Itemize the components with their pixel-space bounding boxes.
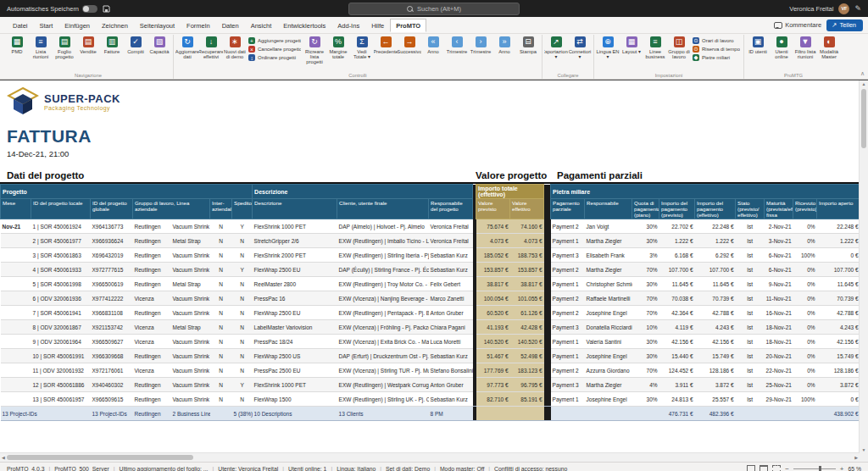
- scrollbar-thumb[interactable]: [861, 89, 866, 148]
- cell-business-line[interactable]: Metal Strap: [171, 277, 210, 291]
- cell-project-manager[interactable]: Anton Gruber: [429, 306, 473, 320]
- cell-value-planned[interactable]: 60.520 €: [476, 306, 510, 320]
- menu-tab[interactable]: Entwicklertools: [277, 19, 331, 32]
- cell-payment-planned[interactable]: 42.156 €: [659, 335, 695, 349]
- cell-value-actual[interactable]: 4.073 €: [510, 234, 544, 248]
- cell-global-id[interactable]: X972777615: [91, 263, 133, 277]
- ribbon-button[interactable]: ◫ Gruppo di lavoro: [667, 35, 691, 59]
- group-header-total-amount[interactable]: Importo totale (effettivo): [476, 185, 544, 199]
- cell-payment-planned[interactable]: 11.645 €: [659, 277, 695, 291]
- cell-payment-planned[interactable]: 6.168 €: [659, 248, 695, 263]
- ribbon-button[interactable]: ▦ Layout ▾: [620, 35, 643, 54]
- footer-business-lines[interactable]: 2 Business Lines: [171, 407, 210, 421]
- footer-descriptions[interactable]: 10 Descriptions: [253, 407, 337, 421]
- cell-global-id[interactable]: X940460302: [91, 378, 133, 392]
- normal-view-icon[interactable]: [747, 465, 755, 471]
- cell-open-amount[interactable]: 42.156 €: [817, 335, 860, 349]
- cell-received[interactable]: 0%: [793, 263, 817, 277]
- cell-global-id[interactable]: X966936624: [91, 234, 133, 248]
- ribbon-button[interactable]: ⊟ Stampa: [516, 35, 540, 54]
- footer-pm-count[interactable]: 8 PM: [429, 407, 473, 421]
- zoom-level[interactable]: 65 %: [849, 466, 862, 471]
- cell-intercompany[interactable]: N: [210, 378, 232, 392]
- cell-open-amount[interactable]: 22.248 €: [817, 219, 860, 234]
- cell-payment-responsible[interactable]: Valeria Santini: [585, 335, 632, 349]
- autosave-toggle[interactable]: [82, 5, 97, 13]
- cell-business-line[interactable]: Vacuum Shrink: [171, 349, 210, 363]
- cell-local-id[interactable]: 4 | SOR 450061933: [31, 263, 91, 277]
- cell-received[interactable]: 100%: [793, 248, 817, 263]
- cell-description[interactable]: FlexWrap 2500 EU: [253, 306, 337, 320]
- cell-received[interactable]: 0%: [793, 306, 817, 320]
- cell-project-manager[interactable]: Sebastian Kurz: [429, 349, 473, 363]
- cell-description[interactable]: PressPac 2500 EU: [253, 363, 337, 378]
- cell-workgroup[interactable]: Reutlingen: [133, 349, 171, 363]
- cell-local-id[interactable]: 1 | SOR 450061924: [31, 219, 91, 234]
- cell-value-actual[interactable]: 183.123 €: [510, 363, 544, 378]
- cell-partial-payment[interactable]: Payment 3: [551, 378, 585, 392]
- cell-description[interactable]: PressPac 18/24: [253, 335, 337, 349]
- cell-workgroup[interactable]: Reutlingen: [133, 306, 171, 320]
- cell-payment-quota[interactable]: 3%: [632, 248, 659, 263]
- cell-business-line[interactable]: Vacuum Shrink: [171, 378, 210, 392]
- cell-payment-actual[interactable]: 3.872 €: [695, 378, 736, 392]
- cell-month[interactable]: [1, 363, 31, 378]
- cell-open-amount[interactable]: 11.645 €: [817, 277, 860, 291]
- cell-client[interactable]: EXW (Reutlingen) | Stirling UK - Pj. Cov…: [337, 392, 429, 407]
- footer-project-count-global[interactable]: 13 Project-IDs: [91, 407, 133, 421]
- cell-month[interactable]: [1, 291, 31, 306]
- cell-payment-responsible[interactable]: Donatella Ricciardi: [585, 320, 632, 335]
- cell-local-id[interactable]: 5 | SOR 450061998: [31, 277, 91, 291]
- ribbon-button[interactable]: « Anno: [421, 35, 445, 54]
- column-header-intercompany[interactable]: Inter-aziendale: [210, 199, 232, 219]
- cell-value-actual[interactable]: 61.126 €: [510, 306, 544, 320]
- cell-month[interactable]: [1, 263, 31, 277]
- cell-client[interactable]: EXW (Vicenza) | Stirling TUR - Pj. Mundo…: [337, 363, 429, 378]
- cell-value-planned[interactable]: 97.773 €: [476, 378, 510, 392]
- cell-value-planned[interactable]: 185.052 €: [476, 248, 510, 263]
- column-header-status[interactable]: Stato (previsto/ effettivo): [736, 199, 765, 219]
- cell-month[interactable]: [1, 306, 31, 320]
- cell-partial-payment[interactable]: Payment 1: [551, 335, 585, 349]
- ribbon-button[interactable]: ← Precedente: [374, 35, 398, 54]
- cell-business-line[interactable]: Vacuum Shrink: [171, 335, 210, 349]
- cell-client[interactable]: EXW (Reutlingen) | Pentapack - Pj. Benga…: [337, 306, 429, 320]
- cell-business-line[interactable]: Vacuum Shrink: [171, 263, 210, 277]
- cell-global-id[interactable]: X972176061: [91, 363, 133, 378]
- cell-description[interactable]: FlexShrink 1000 PET: [253, 219, 337, 234]
- cell-maturity[interactable]: 9-Nov-21: [765, 277, 793, 291]
- cell-value-actual[interactable]: 101.055 €: [510, 291, 544, 306]
- autosave-control[interactable]: Automatisches Speichern: [7, 5, 97, 13]
- footer-total-payment-planned[interactable]: 476.731 €: [659, 407, 695, 421]
- cell-maturity[interactable]: 6-Nov-21: [765, 248, 793, 263]
- cell-maturity[interactable]: 11-Nov-21: [765, 291, 793, 306]
- cell-project-manager[interactable]: Sebastian Kurz: [429, 248, 473, 263]
- cell-value-planned[interactable]: 75.674 €: [476, 219, 510, 234]
- cell-local-id[interactable]: 10 | SOR 450061991: [31, 349, 91, 363]
- cell-received[interactable]: 0%: [793, 219, 817, 234]
- ribbon-button[interactable]: ▼ Filtro lista riunioni: [793, 35, 817, 59]
- cell-project-manager[interactable]: Sebastian Kurz: [429, 392, 473, 407]
- cell-client[interactable]: EXW (Reutlingen) | Stirling Iberia - Pj.…: [337, 248, 429, 263]
- cell-intercompany[interactable]: N: [210, 392, 232, 407]
- cell-client[interactable]: EXW (Reutlingen) | Imballo Ticino - Luga…: [337, 234, 429, 248]
- cell-month[interactable]: [1, 392, 31, 407]
- cell-payment-responsible[interactable]: Martha Ziegler: [585, 263, 632, 277]
- menu-tab[interactable]: Hilfe: [365, 19, 390, 32]
- cell-open-amount[interactable]: 15.749 €: [817, 349, 860, 363]
- cell-payment-planned[interactable]: 22.702 €: [659, 219, 695, 234]
- cell-global-id[interactable]: X966309668: [91, 349, 133, 363]
- ribbon-button[interactable]: ▧ Capacità: [147, 35, 171, 54]
- cell-payment-quota[interactable]: 30%: [632, 277, 659, 291]
- group-header-description[interactable]: Descrizione: [253, 185, 473, 199]
- cell-open-amount[interactable]: 0 €: [817, 392, 860, 407]
- cell-payment-quota[interactable]: 10%: [632, 320, 659, 335]
- cell-payment-responsible[interactable]: Jan Voigt: [585, 219, 632, 234]
- cell-value-actual[interactable]: 52.498 €: [510, 349, 544, 363]
- cell-project-manager[interactable]: Anton Gruber: [429, 378, 473, 392]
- cell-business-line[interactable]: Vacuum Shrink: [171, 363, 210, 378]
- page-break-view-icon[interactable]: [772, 465, 781, 471]
- cell-status[interactable]: Ist: [736, 363, 765, 378]
- column-header-payment-planned[interactable]: Importo del pagamento (previsto): [659, 199, 695, 219]
- cell-local-id[interactable]: 3 | SOR 450061863: [31, 248, 91, 263]
